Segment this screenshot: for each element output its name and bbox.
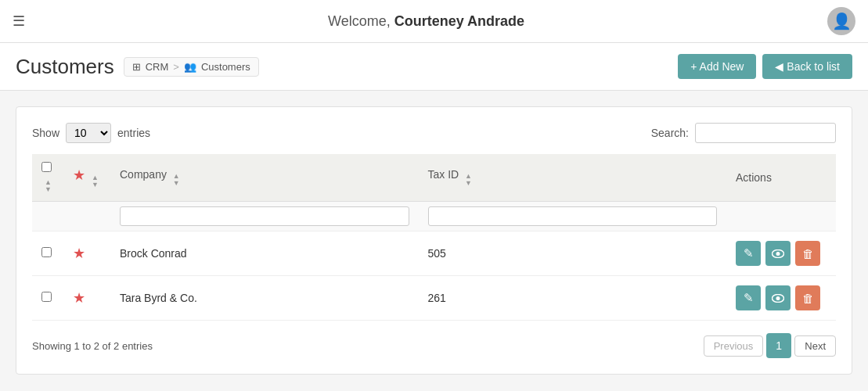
sort-icon-star: ▲▼ bbox=[92, 174, 99, 188]
edit-button[interactable]: ✎ bbox=[736, 285, 761, 310]
th-star: ★ ▲▼ bbox=[63, 154, 110, 202]
welcome-prefix: Welcome, bbox=[328, 13, 394, 29]
row-tax-id: 505 bbox=[419, 231, 727, 276]
card: Show 10 25 50 100 entries Search: bbox=[16, 106, 852, 375]
th-tax-id[interactable]: Tax ID ▲▼ bbox=[419, 154, 727, 202]
filter-row bbox=[32, 202, 836, 231]
avatar-icon: 👤 bbox=[832, 12, 852, 30]
row-company: Brock Conrad bbox=[110, 231, 419, 276]
show-entries: Show 10 25 50 100 entries bbox=[32, 123, 150, 143]
edit-button[interactable]: ✎ bbox=[736, 241, 761, 266]
breadcrumb-separator: > bbox=[173, 61, 179, 73]
search-input[interactable] bbox=[695, 123, 836, 143]
show-label: Show bbox=[32, 127, 59, 139]
main-content: Show 10 25 50 100 entries Search: bbox=[0, 91, 868, 390]
page-1-button[interactable]: 1 bbox=[766, 333, 791, 358]
row-tax-id: 261 bbox=[419, 276, 727, 321]
filter-actions-cell bbox=[726, 202, 836, 231]
filter-star-cell bbox=[63, 202, 110, 231]
row-star-cell: ★ bbox=[63, 276, 110, 321]
eye-svg bbox=[772, 249, 784, 258]
filter-checkbox-cell bbox=[32, 202, 63, 231]
customers-icon: 👥 bbox=[184, 61, 196, 73]
action-buttons: ✎ 🗑 bbox=[736, 285, 827, 310]
tax-id-header-label: Tax ID bbox=[428, 168, 459, 181]
user-name: Courteney Andrade bbox=[394, 13, 524, 29]
showing-text: Showing 1 to 2 of 2 entries bbox=[32, 340, 153, 352]
avatar[interactable]: 👤 bbox=[827, 7, 855, 35]
row-checkbox-cell bbox=[32, 231, 63, 276]
star-icon[interactable]: ★ bbox=[73, 290, 85, 306]
entries-select[interactable]: 10 25 50 100 bbox=[66, 123, 111, 143]
table-body: ★ Brock Conrad 505 ✎ 🗑 bbox=[32, 231, 836, 321]
delete-button[interactable]: 🗑 bbox=[795, 241, 820, 266]
page-header-left: Customers ⊞ CRM > 👥 Customers bbox=[16, 55, 259, 79]
view-button[interactable] bbox=[765, 285, 791, 310]
data-table: ▲▼ ★ ▲▼ Company ▲▼ Tax ID ▲▼ bbox=[32, 154, 836, 321]
crm-label: CRM bbox=[146, 61, 169, 73]
search-box: Search: bbox=[651, 123, 836, 143]
filter-taxid-cell bbox=[419, 202, 727, 231]
star-header-icon: ★ bbox=[73, 167, 85, 183]
welcome-message: Welcome, Courteney Andrade bbox=[328, 13, 524, 30]
page-header: Customers ⊞ CRM > 👥 Customers + Add New … bbox=[0, 43, 868, 91]
row-actions: ✎ 🗑 bbox=[726, 276, 836, 321]
table-header-row: ▲▼ ★ ▲▼ Company ▲▼ Tax ID ▲▼ bbox=[32, 154, 836, 202]
select-all-checkbox[interactable] bbox=[41, 162, 52, 172]
table-row: ★ Brock Conrad 505 ✎ 🗑 bbox=[32, 231, 836, 276]
sort-icon-company: ▲▼ bbox=[173, 173, 180, 187]
breadcrumb-current: Customers bbox=[201, 61, 250, 73]
add-new-button[interactable]: + Add New bbox=[678, 54, 756, 79]
row-star-cell: ★ bbox=[63, 231, 110, 276]
action-buttons: ✎ 🗑 bbox=[736, 241, 827, 266]
actions-header-label: Actions bbox=[736, 171, 772, 184]
th-actions: Actions bbox=[726, 154, 836, 202]
filter-company-input[interactable] bbox=[120, 206, 409, 226]
sort-icon-number: ▲▼ bbox=[45, 179, 52, 193]
next-button[interactable]: Next bbox=[794, 335, 836, 357]
page-title: Customers bbox=[16, 55, 114, 79]
star-icon[interactable]: ★ bbox=[73, 246, 85, 261]
th-company[interactable]: Company ▲▼ bbox=[110, 154, 419, 202]
pagination: Previous 1 Next bbox=[704, 333, 836, 358]
svg-point-3 bbox=[776, 296, 780, 300]
row-checkbox[interactable] bbox=[41, 292, 52, 302]
filter-taxid-input[interactable] bbox=[428, 206, 718, 226]
crm-grid-icon: ⊞ bbox=[132, 61, 141, 73]
th-checkbox: ▲▼ bbox=[32, 154, 63, 202]
back-to-list-button[interactable]: ◀ Back to list bbox=[762, 54, 852, 79]
delete-button[interactable]: 🗑 bbox=[795, 285, 820, 310]
search-label: Search: bbox=[651, 127, 689, 139]
breadcrumb: ⊞ CRM > 👥 Customers bbox=[124, 57, 259, 77]
sort-icon-tax: ▲▼ bbox=[465, 173, 472, 187]
table-footer: Showing 1 to 2 of 2 entries Previous 1 N… bbox=[32, 333, 836, 358]
page-header-right: + Add New ◀ Back to list bbox=[678, 54, 852, 79]
hamburger-icon[interactable]: ☰ bbox=[13, 13, 25, 30]
table-controls: Show 10 25 50 100 entries Search: bbox=[32, 123, 836, 143]
view-button[interactable] bbox=[765, 241, 791, 266]
row-checkbox-cell bbox=[32, 276, 63, 321]
row-actions: ✎ 🗑 bbox=[726, 231, 836, 276]
svg-point-1 bbox=[776, 252, 780, 256]
eye-svg bbox=[772, 294, 784, 303]
row-company: Tara Byrd & Co. bbox=[110, 276, 419, 321]
filter-company-cell bbox=[110, 202, 419, 231]
entries-label: entries bbox=[117, 127, 150, 139]
row-checkbox[interactable] bbox=[41, 247, 52, 257]
previous-button[interactable]: Previous bbox=[704, 335, 764, 357]
table-row: ★ Tara Byrd & Co. 261 ✎ 🗑 bbox=[32, 276, 836, 321]
navbar: ☰ Welcome, Courteney Andrade 👤 bbox=[0, 0, 868, 43]
company-header-label: Company bbox=[120, 168, 167, 181]
